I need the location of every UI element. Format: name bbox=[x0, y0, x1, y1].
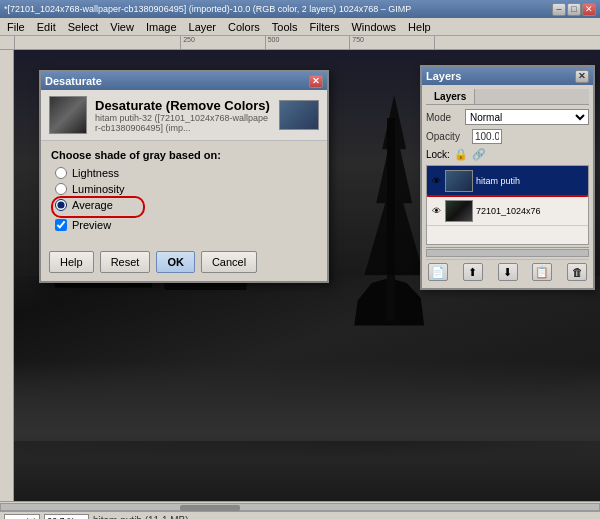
main-area: Desaturate ✕ Desaturate (Remove Colors) … bbox=[0, 50, 600, 501]
close-button[interactable]: ✕ bbox=[582, 3, 596, 16]
radio-luminosity[interactable]: Luminosity bbox=[55, 183, 317, 195]
radio-lightness[interactable]: Lightness bbox=[55, 167, 317, 179]
ruler-tick-500: 500 bbox=[265, 36, 350, 49]
menu-image[interactable]: Image bbox=[141, 20, 182, 34]
preview-row[interactable]: Preview bbox=[55, 219, 317, 231]
layer-lock-row: Lock: 🔒 🔗 bbox=[426, 148, 589, 161]
mode-select[interactable]: Normal bbox=[465, 109, 589, 125]
menu-windows[interactable]: Windows bbox=[346, 20, 401, 34]
layer-item-original[interactable]: 👁 72101_1024x76 bbox=[427, 196, 588, 226]
dialog-header-text: Desaturate (Remove Colors) hitam putih-3… bbox=[95, 98, 271, 133]
lower-layer-button[interactable]: ⬇ bbox=[498, 263, 518, 281]
lock-label: Lock: bbox=[426, 149, 450, 160]
window-title: *[72101_1024x768-wallpaper-cb1380906495]… bbox=[4, 4, 411, 14]
layers-list: 👁 hitam putih 👁 72101_1024x76 bbox=[426, 165, 589, 245]
layer-item-hitam-putih[interactable]: 👁 hitam putih bbox=[427, 166, 588, 196]
zoom-input[interactable] bbox=[44, 514, 89, 520]
radio-average-input[interactable] bbox=[55, 199, 67, 211]
layer-opacity-row: Opacity bbox=[426, 129, 589, 144]
menu-colors[interactable]: Colors bbox=[223, 20, 265, 34]
duplicate-layer-button[interactable]: 📋 bbox=[532, 263, 552, 281]
ok-button[interactable]: OK bbox=[156, 251, 195, 273]
radio-average-label: Average bbox=[72, 199, 113, 211]
window-controls: – □ ✕ bbox=[552, 3, 596, 16]
dialog-header: Desaturate (Remove Colors) hitam putih-3… bbox=[41, 90, 327, 141]
layers-toolbar: 📄 ⬆ ⬇ 📋 🗑 bbox=[426, 259, 589, 284]
unit-select[interactable]: px bbox=[4, 514, 40, 520]
radio-luminosity-label: Luminosity bbox=[72, 183, 125, 195]
radio-luminosity-input[interactable] bbox=[55, 183, 67, 195]
dialog-close-button[interactable]: ✕ bbox=[309, 75, 323, 88]
layers-tab[interactable]: Layers bbox=[426, 89, 475, 104]
dialog-icon bbox=[49, 96, 87, 134]
layer-thumb-1 bbox=[445, 170, 473, 192]
preview-label: Preview bbox=[72, 219, 111, 231]
preview-checkbox[interactable] bbox=[55, 219, 67, 231]
layer-mode-row: Mode Normal bbox=[426, 109, 589, 125]
menu-view[interactable]: View bbox=[105, 20, 139, 34]
layer-name-2: 72101_1024x76 bbox=[476, 206, 585, 216]
maximize-button[interactable]: □ bbox=[567, 3, 581, 16]
mode-label: Mode bbox=[426, 112, 461, 123]
layer-name-1: hitam putih bbox=[476, 176, 585, 186]
ruler-tick bbox=[14, 36, 180, 49]
ruler-tick-250: 250 bbox=[180, 36, 265, 49]
menu-layer[interactable]: Layer bbox=[184, 20, 222, 34]
ruler-tick-end bbox=[434, 36, 600, 49]
lock-pixel-icon[interactable]: 🔒 bbox=[454, 148, 468, 161]
layers-panel: Layers ✕ Layers Mode Normal Opacity bbox=[420, 65, 595, 290]
new-layer-button[interactable]: 📄 bbox=[428, 263, 448, 281]
horizontal-scrollbar[interactable] bbox=[0, 501, 600, 511]
radio-group: Lightness Luminosity Average bbox=[55, 167, 317, 211]
ruler-tick-750: 750 bbox=[349, 36, 434, 49]
layer-thumb-2 bbox=[445, 200, 473, 222]
dialog-header-title: Desaturate (Remove Colors) bbox=[95, 98, 271, 113]
minimize-button[interactable]: – bbox=[552, 3, 566, 16]
menu-help[interactable]: Help bbox=[403, 20, 436, 34]
menu-edit[interactable]: Edit bbox=[32, 20, 61, 34]
layers-title: Layers bbox=[426, 70, 461, 82]
scrollbar-track[interactable] bbox=[0, 503, 600, 511]
scrollbar-thumb[interactable] bbox=[180, 505, 240, 511]
desaturate-dialog: Desaturate ✕ Desaturate (Remove Colors) … bbox=[39, 70, 329, 283]
layers-scroll-bar[interactable] bbox=[426, 247, 589, 257]
layers-close-button[interactable]: ✕ bbox=[575, 70, 589, 83]
dialog-header-subtitle: hitam putih-32 ([72101_1024x768-wallpape… bbox=[95, 113, 271, 133]
radio-lightness-input[interactable] bbox=[55, 167, 67, 179]
rocks-layer bbox=[14, 361, 600, 441]
layers-body: Layers Mode Normal Opacity Lock: 🔒 🔗 bbox=[422, 85, 593, 288]
ruler-vertical bbox=[0, 50, 14, 501]
opacity-label: Opacity bbox=[426, 131, 468, 142]
status-bar: px hitam putih (11,1 MB) bbox=[0, 511, 600, 519]
ruler-horizontal: 250 500 750 bbox=[0, 36, 600, 50]
menu-tools[interactable]: Tools bbox=[267, 20, 303, 34]
layer-eye-2[interactable]: 👁 bbox=[430, 205, 442, 217]
layers-tab-bar: Layers bbox=[426, 89, 589, 105]
layer-eye-1[interactable]: 👁 bbox=[430, 175, 442, 187]
canvas-area: Desaturate ✕ Desaturate (Remove Colors) … bbox=[14, 50, 600, 501]
ground-layer bbox=[14, 431, 600, 501]
title-bar: *[72101_1024x768-wallpaper-cb1380906495]… bbox=[0, 0, 600, 18]
opacity-input[interactable] bbox=[472, 129, 502, 144]
menu-select[interactable]: Select bbox=[63, 20, 104, 34]
raise-layer-button[interactable]: ⬆ bbox=[463, 263, 483, 281]
radio-average[interactable]: Average bbox=[55, 199, 317, 211]
dialog-section-label: Choose shade of gray based on: bbox=[51, 149, 317, 161]
dialog-title-bar: Desaturate ✕ bbox=[41, 72, 327, 90]
dialog-body: Choose shade of gray based on: Lightness… bbox=[41, 141, 327, 247]
menu-filters[interactable]: Filters bbox=[305, 20, 345, 34]
layers-scroll-track[interactable] bbox=[426, 249, 589, 257]
radio-lightness-label: Lightness bbox=[72, 167, 119, 179]
reset-button[interactable]: Reset bbox=[100, 251, 151, 273]
dialog-buttons: Help Reset OK Cancel bbox=[41, 247, 327, 281]
dialog-preview-thumbnail bbox=[279, 100, 319, 130]
delete-layer-button[interactable]: 🗑 bbox=[567, 263, 587, 281]
help-button[interactable]: Help bbox=[49, 251, 94, 273]
layers-title-bar: Layers ✕ bbox=[422, 67, 593, 85]
menu-file[interactable]: File bbox=[2, 20, 30, 34]
layer-info: hitam putih (11,1 MB) bbox=[93, 515, 189, 519]
dialog-title: Desaturate bbox=[45, 75, 102, 87]
menu-bar: File Edit Select View Image Layer Colors… bbox=[0, 18, 600, 36]
cancel-button[interactable]: Cancel bbox=[201, 251, 257, 273]
lock-chain-icon[interactable]: 🔗 bbox=[472, 148, 486, 161]
